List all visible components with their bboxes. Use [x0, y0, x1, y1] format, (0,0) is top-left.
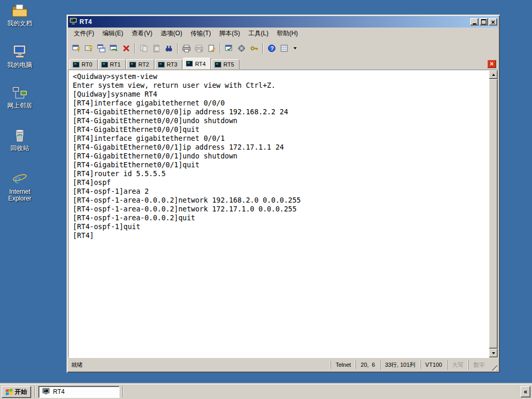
- tab-rt0[interactable]: RT0: [70, 59, 98, 69]
- session-icon: [158, 62, 165, 68]
- start-button[interactable]: 开始: [2, 386, 31, 398]
- toolbar-separator: [135, 43, 136, 54]
- disconnect-icon[interactable]: [120, 42, 132, 55]
- close-button[interactable]: ×: [489, 18, 497, 25]
- tab-rt3[interactable]: RT3: [155, 59, 183, 69]
- tab-rt2[interactable]: RT2: [126, 59, 154, 69]
- close-icon: ×: [491, 19, 495, 25]
- scrollbar-thumb[interactable]: [489, 79, 498, 349]
- my-documents-icon: [11, 3, 29, 19]
- menu-tools[interactable]: 工具(L): [244, 28, 273, 39]
- session-icon: [73, 62, 79, 68]
- scroll-up-button[interactable]: [489, 70, 498, 79]
- reconnect-icon[interactable]: [108, 42, 120, 55]
- close-icon: ×: [490, 61, 494, 67]
- menu-options[interactable]: 选项(O): [156, 28, 186, 39]
- taskbar-divider: [34, 386, 35, 397]
- tray-overflow-button[interactable]: «: [521, 386, 530, 397]
- scroll-down-button[interactable]: [489, 349, 498, 357]
- session-options-icon[interactable]: [223, 42, 235, 55]
- tab-label: RT1: [110, 61, 121, 68]
- taskbar-item-rt4[interactable]: RT4: [38, 386, 119, 398]
- window-titlebar[interactable]: RT4 ×: [68, 16, 498, 28]
- find-icon[interactable]: [163, 42, 175, 55]
- desktop-icon-my-computer[interactable]: 我的电脑: [2, 44, 37, 69]
- tab-rt1[interactable]: RT1: [98, 59, 126, 69]
- status-caps-lock: 大写: [447, 360, 468, 370]
- log-session-icon[interactable]: [205, 42, 218, 55]
- paste-icon[interactable]: [150, 42, 163, 55]
- network-places-icon: [11, 84, 29, 101]
- my-computer-icon: [11, 44, 29, 60]
- toolbar-separator: [262, 43, 263, 54]
- windows-logo-icon: [6, 389, 12, 395]
- minimize-button[interactable]: [470, 18, 478, 25]
- chevron-down-icon: [294, 47, 297, 49]
- menu-file[interactable]: 文件(F): [70, 28, 98, 39]
- status-ready: 就绪: [71, 361, 330, 369]
- quick-connect-icon[interactable]: [83, 42, 95, 55]
- start-label: 开始: [15, 388, 27, 396]
- window-title: RT4: [79, 18, 468, 25]
- tab-label: RT0: [82, 61, 92, 68]
- svg-text:e: e: [15, 171, 21, 187]
- script-manager-icon[interactable]: [278, 42, 290, 55]
- menu-view[interactable]: 查看(V): [127, 28, 156, 39]
- terminal-app-icon: [42, 388, 50, 396]
- vertical-scrollbar[interactable]: [489, 70, 498, 357]
- status-bar: 就绪 Telnet 20, 6 33行, 101列 VT100 大写 数字: [68, 358, 498, 371]
- window-resize-grip[interactable]: [490, 363, 497, 370]
- taskbar-item-label: RT4: [53, 388, 64, 395]
- session-icon: [186, 61, 193, 66]
- terminal-output: <Quidway>system-view Enter system view, …: [69, 70, 489, 240]
- menu-bar: 文件(F) 编辑(E) 查看(V) 选项(O) 传输(T) 脚本(S) 工具(L…: [68, 28, 498, 39]
- minimize-icon: [473, 23, 476, 24]
- connect-in-tab-icon[interactable]: [95, 42, 108, 55]
- desktop-icon-label: 网上邻居: [7, 102, 32, 109]
- keymap-icon[interactable]: [248, 42, 260, 55]
- global-options-icon[interactable]: [235, 42, 248, 55]
- arrow-up-icon: [492, 74, 495, 76]
- terminal-window: RT4 × 文件(F) 编辑(E) 查看(V) 选项(O) 传输(T) 脚本(S…: [66, 15, 500, 373]
- desktop-icon-my-documents[interactable]: 我的文档: [2, 3, 37, 27]
- auto-print-icon[interactable]: [193, 42, 205, 55]
- toolbar-overflow-chevron[interactable]: [291, 43, 298, 54]
- desktop-icon-internet-explorer[interactable]: e Internet Explorer: [2, 170, 37, 202]
- arrow-down-icon: [492, 352, 495, 354]
- tool-bar: ?: [68, 39, 498, 57]
- status-num-lock: 数字: [468, 360, 489, 370]
- internet-explorer-icon: e: [11, 170, 29, 187]
- status-protocol: Telnet: [330, 361, 355, 369]
- menu-edit[interactable]: 编辑(E): [98, 28, 127, 39]
- desktop-icon-label: 我的电脑: [7, 62, 32, 69]
- terminal-area: <Quidway>system-view Enter system view, …: [68, 70, 498, 358]
- tab-label: RT5: [223, 61, 234, 68]
- maximize-button[interactable]: [480, 18, 488, 25]
- desktop-icon-network-places[interactable]: 网上邻居: [2, 84, 37, 109]
- session-icon: [215, 62, 221, 68]
- desktop-icon-label: Internet Explorer: [8, 189, 32, 202]
- copy-icon[interactable]: [138, 42, 150, 55]
- session-icon: [101, 62, 108, 68]
- taskbar-divider: [123, 386, 124, 397]
- tab-rt4[interactable]: RT4: [183, 58, 211, 69]
- tab-label: RT3: [167, 61, 178, 68]
- menu-script[interactable]: 脚本(S): [215, 28, 244, 39]
- taskbar: 开始 RT4 «: [0, 384, 532, 399]
- terminal-screen[interactable]: <Quidway>system-view Enter system view, …: [69, 70, 489, 357]
- help-icon[interactable]: ?: [265, 42, 278, 55]
- close-tab-button[interactable]: ×: [487, 60, 496, 68]
- maximize-icon: [481, 19, 486, 24]
- connect-icon[interactable]: [70, 42, 83, 55]
- tab-label: RT2: [138, 61, 149, 68]
- session-icon: [129, 62, 136, 68]
- status-emulation: VT100: [420, 361, 447, 369]
- menu-help[interactable]: 帮助(H): [273, 28, 302, 39]
- desktop-icon-recycle-bin[interactable]: 回收站: [2, 127, 37, 152]
- session-tab-bar: RT0 RT1 RT2 RT3 RT4 RT5 ×: [68, 57, 498, 70]
- status-rows-cols: 33行, 101列: [380, 360, 420, 370]
- tab-label: RT4: [195, 61, 206, 67]
- print-icon[interactable]: [180, 42, 193, 55]
- tab-rt5[interactable]: RT5: [211, 59, 240, 69]
- menu-transfer[interactable]: 传输(T): [187, 28, 215, 39]
